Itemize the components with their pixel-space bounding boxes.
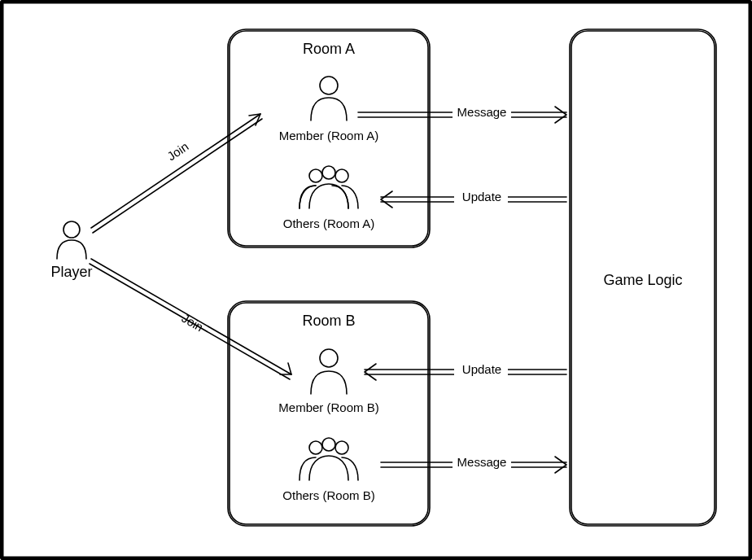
svg-point-11 [322,438,335,451]
svg-point-9 [320,349,338,367]
svg-point-5 [322,166,335,179]
svg-line-16 [93,119,262,233]
arrow-update-a-label: Update [462,190,501,203]
svg-point-4 [309,169,322,182]
game-logic-title: Game Logic [603,272,682,288]
room-b-others-label: Others (Room B) [282,488,374,502]
player-label: Player [50,264,92,280]
arrow-join-a [91,114,262,233]
svg-line-15 [91,114,260,228]
svg-point-0 [63,221,80,238]
person-icon [57,221,86,259]
player-node: Player [50,221,92,280]
svg-point-6 [335,169,348,182]
arrow-join-a-label: Join [164,139,190,163]
room-a-box: Room A Member (Room A) Others (Room A) [228,29,430,247]
room-b-member-label: Member (Room B) [278,400,378,414]
game-logic-box: Game Logic [570,29,716,526]
arrow-message-b-label: Message [457,455,507,469]
group-icon [299,438,358,480]
arrow-message-a-label: Message [457,105,507,119]
arrow-update-b-label: Update [462,362,501,376]
svg-point-3 [320,77,338,94]
room-b-title: Room B [302,313,355,329]
svg-point-10 [309,441,322,454]
person-icon [311,349,347,394]
room-a-title: Room A [303,41,355,57]
room-a-others-label: Others (Room A) [283,217,375,230]
svg-point-12 [335,441,348,454]
room-b-box: Room B Member (Room B) Others (Room B) [228,301,430,526]
room-a-member-label: Member (Room A) [279,129,379,142]
arrow-join-b-label: Join [180,311,206,334]
group-icon [299,166,358,208]
person-icon [311,77,347,120]
